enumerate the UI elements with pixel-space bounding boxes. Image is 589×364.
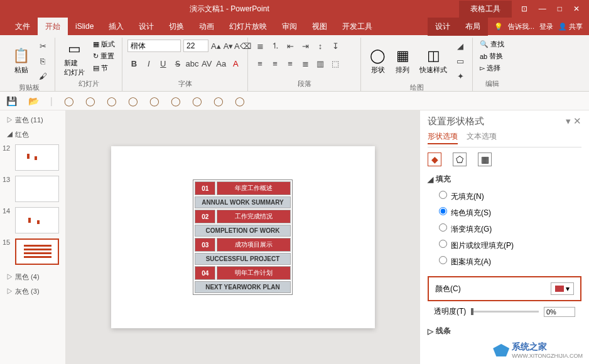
tab-transition[interactable]: 切换 bbox=[161, 18, 192, 36]
format-painter-button[interactable]: 🖌 bbox=[36, 69, 50, 83]
text-direction-button[interactable]: ↧ bbox=[328, 39, 342, 53]
nav-group-black[interactable]: ▷ 黑色 (4) bbox=[3, 270, 63, 284]
tool-3[interactable]: ◯ bbox=[107, 96, 117, 106]
shapes-button[interactable]: ◯形状 bbox=[366, 39, 389, 83]
change-case-button[interactable]: Aa bbox=[215, 56, 228, 70]
fill-section-header[interactable]: ◢ 填充 bbox=[428, 174, 581, 185]
size-props-icon[interactable]: ▦ bbox=[478, 153, 492, 166]
color-picker-button[interactable]: ▾ bbox=[551, 282, 574, 295]
tab-shape-options[interactable]: 形状选项 bbox=[428, 131, 458, 144]
find-button[interactable]: 🔍 查找 bbox=[478, 39, 506, 50]
smartart-button[interactable]: ⬚ bbox=[328, 56, 342, 70]
indent-inc-button[interactable]: ⇥ bbox=[298, 39, 312, 53]
radio-solid-fill[interactable]: 纯色填充(S) bbox=[439, 205, 581, 221]
tool-4[interactable]: ◯ bbox=[128, 96, 138, 106]
copy-button[interactable]: ⎘ bbox=[36, 54, 50, 68]
tab-review[interactable]: 审阅 bbox=[274, 18, 305, 36]
tab-home[interactable]: 开始 bbox=[38, 18, 68, 36]
reset-button[interactable]: ↻ 重置 bbox=[91, 51, 117, 62]
paste-button[interactable]: 📋 粘贴 bbox=[9, 39, 33, 83]
slide-thumb-15[interactable]: 15 bbox=[3, 238, 63, 265]
cell-04-sub[interactable]: NEXT YEARWORK PLAN bbox=[195, 281, 291, 293]
tab-design[interactable]: 设计 bbox=[131, 18, 161, 36]
arrange-button[interactable]: ▦排列 bbox=[392, 39, 413, 83]
increase-font-button[interactable]: A▴ bbox=[211, 39, 221, 53]
tab-islide[interactable]: iSlide bbox=[68, 18, 101, 35]
radio-no-fill[interactable]: 无填充(N) bbox=[439, 188, 581, 205]
bold-button[interactable]: B bbox=[127, 56, 141, 70]
transparency-input[interactable] bbox=[544, 307, 575, 317]
align-center-button[interactable]: ≡ bbox=[268, 56, 282, 70]
italic-button[interactable]: I bbox=[142, 56, 155, 70]
quick-styles-button[interactable]: ◫快速样式 bbox=[416, 39, 451, 83]
slide-canvas[interactable]: 01年度工作概述 ANNUAL WORK SUMMARY 02工作完成情况 CO… bbox=[66, 110, 419, 364]
cell-02-num[interactable]: 02 bbox=[195, 210, 215, 223]
line-section-header[interactable]: ▷ 线条 bbox=[428, 326, 581, 336]
slide-thumb-14[interactable]: 14 bbox=[3, 207, 63, 233]
line-spacing-button[interactable]: ↕ bbox=[313, 39, 327, 53]
tab-slideshow[interactable]: 幻灯片放映 bbox=[222, 18, 274, 36]
window-minimize-icon[interactable]: — bbox=[539, 4, 546, 13]
tab-table-design[interactable]: 设计 bbox=[428, 18, 458, 36]
tab-view[interactable]: 视图 bbox=[305, 18, 335, 36]
content-table[interactable]: 01年度工作概述 ANNUAL WORK SUMMARY 02工作完成情况 CO… bbox=[193, 179, 293, 295]
share-button[interactable]: 👤 共享 bbox=[558, 22, 583, 31]
section-button[interactable]: ▤ 节 bbox=[91, 63, 117, 73]
radio-gradient-fill[interactable]: 渐变填充(G) bbox=[439, 221, 581, 237]
tool-8[interactable]: ◯ bbox=[213, 96, 224, 106]
tab-developer[interactable]: 开发工具 bbox=[335, 18, 380, 36]
columns-button[interactable]: ▥ bbox=[313, 56, 327, 70]
slide-thumb-12[interactable]: 12 bbox=[3, 144, 63, 171]
cell-03-sub[interactable]: SUCCESSFUL PROJECT bbox=[195, 253, 291, 265]
tool-1[interactable]: ◯ bbox=[64, 96, 74, 106]
fill-line-icon[interactable]: ◆ bbox=[428, 153, 441, 166]
tab-table-layout[interactable]: 布局 bbox=[458, 18, 488, 36]
tab-insert[interactable]: 插入 bbox=[101, 18, 131, 36]
tab-animation[interactable]: 动画 bbox=[192, 18, 222, 36]
shadow-button[interactable]: abc bbox=[186, 56, 199, 70]
align-right-button[interactable]: ≡ bbox=[283, 56, 297, 70]
tool-9[interactable]: ◯ bbox=[235, 96, 245, 106]
select-button[interactable]: ▻ 选择 bbox=[478, 63, 506, 73]
tell-me-input[interactable]: 告诉我... bbox=[508, 22, 534, 31]
radio-pattern-fill[interactable]: 图案填充(A) bbox=[439, 254, 581, 270]
indent-dec-button[interactable]: ⇤ bbox=[283, 39, 297, 53]
slide-navigator[interactable]: ▷ 蓝色 (11) ◢ 红色 12 13 14 15 ▷ 黑色 (4) ▷ 灰色… bbox=[0, 110, 66, 364]
strikethrough-button[interactable]: S̶ bbox=[171, 56, 184, 70]
cell-03-title[interactable]: 成功项目展示 bbox=[217, 238, 290, 252]
effects-icon[interactable]: ⬠ bbox=[453, 153, 467, 166]
layout-button[interactable]: ▦ 版式 bbox=[91, 39, 117, 50]
shape-outline-button[interactable]: ▭ bbox=[453, 54, 467, 68]
tab-file[interactable]: 文件 bbox=[8, 18, 38, 36]
tool-2[interactable]: ◯ bbox=[85, 96, 95, 106]
tool-7[interactable]: ◯ bbox=[192, 96, 202, 106]
cell-03-num[interactable]: 03 bbox=[195, 238, 215, 252]
cell-04-title[interactable]: 明年工作计划 bbox=[217, 266, 290, 280]
radio-picture-fill[interactable]: 图片或纹理填充(P) bbox=[439, 237, 581, 254]
cell-01-title[interactable]: 年度工作概述 bbox=[217, 181, 290, 195]
numbering-button[interactable]: ⒈ bbox=[268, 39, 282, 53]
underline-button[interactable]: U bbox=[156, 56, 170, 70]
open-button[interactable]: 📂 bbox=[28, 96, 39, 106]
cell-01-sub[interactable]: ANNUAL WORK SUMMARY bbox=[195, 196, 291, 208]
transparency-slider[interactable] bbox=[471, 311, 539, 313]
font-name-select[interactable] bbox=[127, 40, 181, 52]
cell-02-title[interactable]: 工作完成情况 bbox=[217, 210, 290, 223]
pane-close-button[interactable]: ▾ ✕ bbox=[566, 115, 581, 127]
cell-04-num[interactable]: 04 bbox=[195, 266, 215, 280]
cut-button[interactable]: ✂ bbox=[36, 39, 50, 53]
slide-thumb-13[interactable]: 13 bbox=[3, 176, 63, 202]
signin-button[interactable]: 登录 bbox=[539, 22, 553, 31]
window-close-icon[interactable]: ✕ bbox=[573, 4, 580, 13]
shape-effects-button[interactable]: ✦ bbox=[453, 69, 467, 83]
nav-group-blue[interactable]: ▷ 蓝色 (11) bbox=[3, 113, 63, 127]
shape-fill-button[interactable]: ◢ bbox=[453, 39, 467, 53]
font-size-select[interactable] bbox=[183, 40, 208, 52]
replace-button[interactable]: ab 替换 bbox=[478, 51, 506, 62]
new-slide-button[interactable]: ▭ 新建 幻灯片 bbox=[60, 39, 89, 79]
nav-group-grey[interactable]: ▷ 灰色 (3) bbox=[3, 284, 63, 299]
spacing-button[interactable]: AV bbox=[200, 56, 213, 70]
font-color-button[interactable]: A bbox=[229, 56, 242, 70]
nav-group-red[interactable]: ◢ 红色 bbox=[3, 127, 63, 142]
justify-button[interactable]: ≣ bbox=[298, 56, 312, 70]
